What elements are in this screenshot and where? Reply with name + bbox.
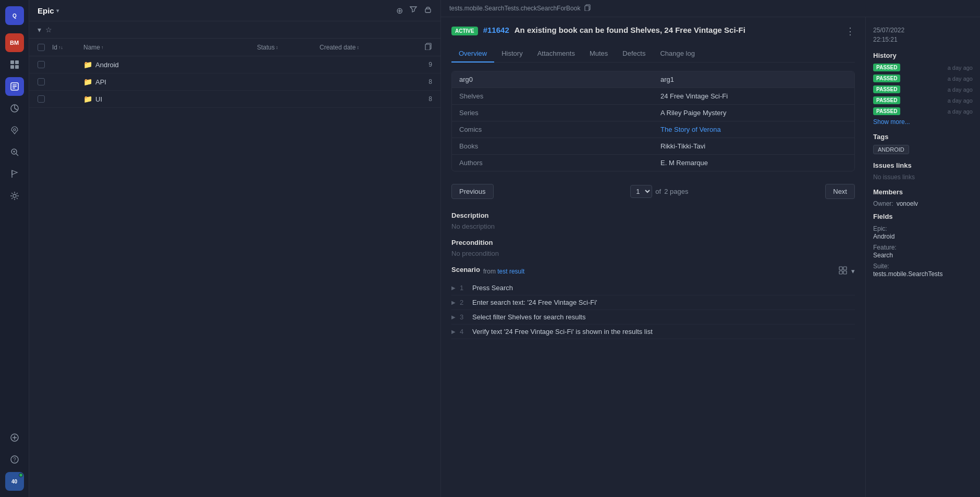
precondition-empty: No precondition <box>451 250 855 257</box>
arg-key-shelves: Shelves <box>452 88 653 104</box>
svg-rect-2 <box>10 60 14 64</box>
reports-icon[interactable] <box>5 99 24 118</box>
tags-list: ANDROID <box>873 145 973 154</box>
favorite-icon[interactable]: ☆ <box>45 26 52 34</box>
args-header-row: arg0 arg1 <box>452 71 854 88</box>
settings-icon[interactable] <box>5 187 24 205</box>
pagination-row: Previous 1 2 of 2 pages Next <box>451 180 855 203</box>
rocket-icon[interactable] <box>5 121 24 140</box>
field-epic-label: Epic: <box>873 225 887 232</box>
right-panel: tests.mobile.SearchTests.checkSearchForB… <box>441 0 980 497</box>
header-actions: ⊕ <box>396 5 432 16</box>
row-checkbox-android[interactable] <box>38 61 45 68</box>
step-text: Select filter Shelves for search results <box>472 313 855 321</box>
tab-defects[interactable]: Defects <box>615 45 653 63</box>
passed-badge: PASSED <box>873 107 900 115</box>
table-row[interactable]: 📁 Android 9 <box>29 56 440 73</box>
sidebar-avatar[interactable]: BM <box>5 33 24 52</box>
tab-history[interactable]: History <box>494 45 530 63</box>
svg-point-11 <box>14 129 16 131</box>
arg-val-comics[interactable]: The Story of Verona <box>653 121 854 138</box>
history-item: PASSED a day ago <box>873 85 973 93</box>
sub-header: ▾ ☆ <box>29 21 440 39</box>
main-panel: Epic ▾ ⊕ ▾ ☆ Id ↑↓ Name ↑ Status <box>29 0 441 497</box>
scenario-step: ▶ 2 Enter search text: '24 Free Vintage … <box>451 295 855 310</box>
add-button[interactable]: ⊕ <box>396 6 403 16</box>
next-button[interactable]: Next <box>825 184 855 199</box>
app-logo[interactable]: Q <box>5 6 24 25</box>
precondition-section: Precondition No precondition <box>451 239 855 257</box>
step-text: Enter search text: '24 Free Vintage Sci-… <box>472 299 855 306</box>
col-header-copy[interactable] <box>413 43 432 52</box>
test-result-link[interactable]: test result <box>497 268 524 275</box>
field-suite: Suite: tests.mobile.SearchTests <box>873 262 973 278</box>
history-item: PASSED a day ago <box>873 107 973 115</box>
args-data-row: Series A Riley Paige Mystery <box>452 105 854 121</box>
arg0-header: arg0 <box>452 71 653 88</box>
tag-chip[interactable]: ANDROID <box>873 145 909 154</box>
passed-badge: PASSED <box>873 85 900 93</box>
row-checkbox-api[interactable] <box>38 78 45 85</box>
history-time: a day ago <box>948 108 973 115</box>
filter-button[interactable] <box>409 5 418 16</box>
tab-changelog[interactable]: Change log <box>653 45 702 63</box>
title-chevron-icon[interactable]: ▾ <box>56 8 59 14</box>
help-icon[interactable]: ? <box>5 450 24 469</box>
field-feature-label: Feature: <box>873 244 897 251</box>
add-workspace-icon[interactable] <box>5 428 24 447</box>
passed-badge: PASSED <box>873 64 900 71</box>
svg-rect-25 <box>425 44 430 50</box>
collapse-step-icon[interactable]: ▾ <box>851 267 855 275</box>
svg-rect-28 <box>839 267 842 270</box>
step-chevron-icon[interactable]: ▶ <box>451 329 456 334</box>
precondition-title: Precondition <box>451 239 855 246</box>
lock-button[interactable] <box>424 5 432 16</box>
tab-overview[interactable]: Overview <box>451 45 494 63</box>
collapse-icon[interactable]: ▾ <box>38 26 41 34</box>
args-data-row: Books Rikki-Tikki-Tavi <box>452 138 854 155</box>
step-chevron-icon[interactable]: ▶ <box>451 314 456 320</box>
copy-breadcrumb-icon[interactable] <box>584 4 591 13</box>
col-header-created[interactable]: Created date ↕ <box>320 44 393 51</box>
arg1-header: arg1 <box>653 71 854 88</box>
history-title: History <box>873 52 973 59</box>
right-content: ACTIVE #11642 An existing book can be fo… <box>441 17 980 497</box>
step-text: Press Search <box>472 284 855 292</box>
args-data-row: Shelves 24 Free Vintage Sci-Fi <box>452 88 854 105</box>
more-options-icon[interactable]: ⋮ <box>846 26 855 37</box>
sort-created-icon: ↕ <box>357 45 359 50</box>
dashboard-icon[interactable] <box>5 55 24 74</box>
arg-key-series: Series <box>452 105 653 121</box>
comics-link[interactable]: The Story of Verona <box>660 126 721 133</box>
page-select[interactable]: 1 2 <box>630 185 652 198</box>
sidebar: Q BM ? 40 <box>0 0 29 497</box>
expand-icon[interactable] <box>839 266 847 276</box>
history-time: a day ago <box>948 86 973 93</box>
history-time: a day ago <box>948 65 973 71</box>
history-item: PASSED a day ago <box>873 74 973 82</box>
test-cases-icon[interactable] <box>5 77 24 96</box>
step-chevron-icon[interactable]: ▶ <box>451 300 456 305</box>
folder-icon: 📁 <box>83 95 92 103</box>
arg-val-shelves: 24 Free Vintage Sci-Fi <box>653 88 854 104</box>
search-details-icon[interactable] <box>5 143 24 161</box>
table-row[interactable]: 📁 UI 8 <box>29 91 440 108</box>
previous-button[interactable]: Previous <box>451 184 494 199</box>
scenario-title: Scenario <box>451 266 480 274</box>
svg-rect-29 <box>843 267 847 270</box>
step-text: Verify text '24 Free Vintage Sci-Fi' is … <box>472 328 855 336</box>
col-header-id[interactable]: Id ↑↓ <box>52 44 83 51</box>
col-header-status[interactable]: Status ↕ <box>257 44 320 51</box>
select-all-checkbox[interactable] <box>38 44 45 51</box>
panel-title[interactable]: Epic ▾ <box>38 6 59 15</box>
show-more-link[interactable]: Show more... <box>873 118 973 126</box>
flag-icon[interactable] <box>5 165 24 183</box>
tab-attachments[interactable]: Attachments <box>530 45 582 63</box>
row-checkbox-ui[interactable] <box>38 95 45 103</box>
tab-mutes[interactable]: Mutes <box>582 45 615 63</box>
table-row[interactable]: 📁 API 8 <box>29 73 440 91</box>
step-chevron-icon[interactable]: ▶ <box>451 285 456 291</box>
col-header-name[interactable]: Name ↑ <box>83 44 257 51</box>
user-avatar[interactable]: 40 <box>5 472 24 491</box>
folder-icon: 📁 <box>83 78 92 86</box>
